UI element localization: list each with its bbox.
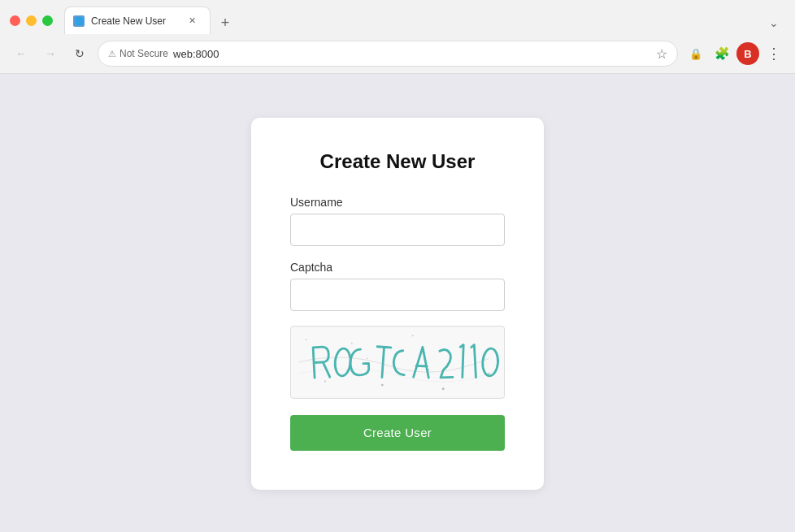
security-indicator: ⚠ Not Secure bbox=[108, 48, 168, 59]
svg-point-10 bbox=[367, 357, 368, 359]
bookmark-icon[interactable]: ☆ bbox=[656, 46, 667, 62]
active-tab[interactable]: 🌐 Create New User ✕ bbox=[64, 6, 211, 34]
not-secure-icon: ⚠ bbox=[108, 49, 116, 59]
browser-chrome: 🌐 Create New User ✕ + ⌄ ← → ↻ ⚠ Not Secu… bbox=[0, 0, 795, 74]
back-button[interactable]: ← bbox=[10, 42, 33, 65]
tab-title: Create New User bbox=[91, 15, 179, 27]
captcha-group: Captcha bbox=[290, 261, 505, 311]
username-group: Username bbox=[290, 196, 505, 246]
captcha-label: Captcha bbox=[290, 261, 505, 274]
title-bar: 🌐 Create New User ✕ + ⌄ bbox=[0, 0, 795, 34]
security-text: Not Secure bbox=[119, 48, 168, 59]
tab-close-button[interactable]: ✕ bbox=[185, 15, 198, 28]
reload-button[interactable]: ↻ bbox=[68, 42, 91, 65]
create-user-button[interactable]: Create User bbox=[290, 415, 505, 451]
profile-button[interactable]: B bbox=[736, 42, 759, 65]
close-window-button[interactable] bbox=[10, 15, 20, 26]
create-user-form-card: Create New User Username Captcha bbox=[251, 118, 544, 490]
page-content: Create New User Username Captcha bbox=[0, 74, 795, 532]
tab-expand-button[interactable]: ⌄ bbox=[762, 11, 785, 34]
nav-actions: 🔒 🧩 B ⋮ bbox=[684, 42, 785, 65]
svg-point-5 bbox=[412, 335, 414, 336]
username-input[interactable] bbox=[290, 214, 505, 246]
svg-point-1 bbox=[306, 338, 307, 340]
window-controls bbox=[10, 15, 53, 26]
username-label: Username bbox=[290, 196, 505, 209]
forward-button[interactable]: → bbox=[39, 42, 62, 65]
extensions-icon[interactable]: 🧩 bbox=[710, 42, 733, 65]
google-account-icon[interactable]: 🔒 bbox=[684, 42, 707, 65]
minimize-window-button[interactable] bbox=[26, 15, 37, 26]
menu-button[interactable]: ⋮ bbox=[762, 42, 785, 65]
svg-point-3 bbox=[351, 342, 353, 344]
new-tab-button[interactable]: + bbox=[214, 11, 237, 34]
tab-favicon-icon: 🌐 bbox=[73, 15, 85, 27]
nav-bar: ← → ↻ ⚠ Not Secure web:8000 ☆ 🔒 🧩 B ⋮ bbox=[0, 34, 795, 73]
captcha-image bbox=[290, 326, 505, 399]
form-title: Create New User bbox=[290, 150, 505, 173]
svg-point-6 bbox=[442, 387, 445, 390]
svg-point-2 bbox=[324, 380, 326, 382]
maximize-window-button[interactable] bbox=[42, 15, 53, 26]
captcha-input[interactable] bbox=[290, 279, 505, 311]
tab-bar: 🌐 Create New User ✕ + ⌄ bbox=[64, 6, 785, 34]
address-bar[interactable]: ⚠ Not Secure web:8000 ☆ bbox=[98, 41, 678, 67]
svg-point-4 bbox=[381, 383, 384, 386]
url-text: web:8000 bbox=[173, 48, 651, 60]
